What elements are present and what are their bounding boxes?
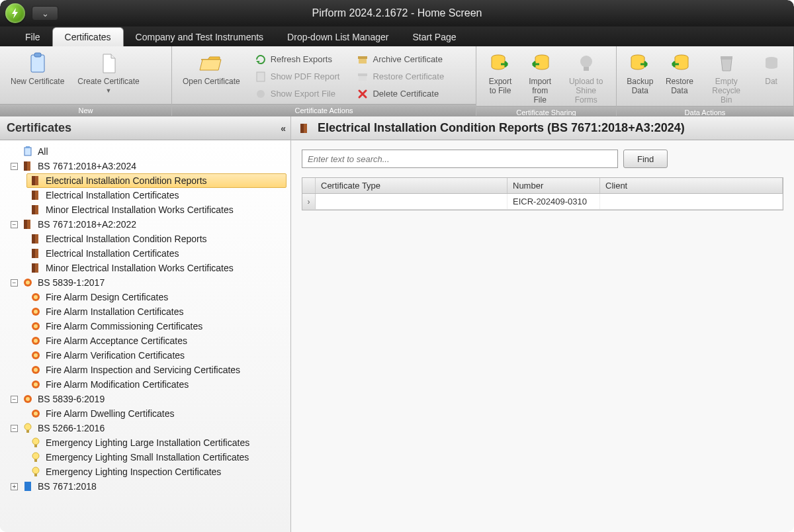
tree-item[interactable]: Fire Alarm Installation Certificates (30, 304, 287, 319)
expand-icon[interactable]: + (11, 483, 18, 490)
find-button[interactable]: Find (623, 150, 668, 168)
quick-access-dropdown[interactable]: ⌄ (32, 6, 58, 21)
column-header-type[interactable]: Certificate Type (316, 178, 507, 193)
tree-label: Electrical Installation Certificates (46, 248, 179, 259)
label: Show Export File (271, 89, 335, 99)
label: Upload to Shine Forms (566, 77, 605, 105)
cell-client (600, 194, 783, 209)
upload-shine-forms-button[interactable]: Upload to Shine Forms (560, 49, 612, 106)
tree-group[interactable]: −BS 5839-1:2017 (11, 275, 287, 290)
book-icon (22, 160, 34, 172)
database-import-icon (528, 52, 552, 75)
tree-item[interactable]: Minor Electrical Installation Works Cert… (30, 261, 287, 275)
collapse-icon[interactable]: − (11, 163, 18, 170)
tree-item[interactable]: Minor Electrical Installation Works Cert… (30, 202, 287, 217)
svg-rect-27 (27, 220, 30, 229)
tree-group[interactable]: −BS 7671:2018+A2:2022 (11, 217, 287, 232)
svg-point-43 (34, 339, 38, 343)
tree-item[interactable]: Fire Alarm Dwelling Certificates (30, 406, 287, 421)
tree-group[interactable]: −BS 5266-1:2016 (11, 421, 287, 435)
search-bar: Find (302, 150, 783, 168)
svg-rect-18 (24, 161, 27, 171)
column-header-client[interactable]: Client (600, 178, 783, 193)
certificate-tree[interactable]: All −BS 7671:2018+A3:2024Electrical Inst… (0, 140, 290, 532)
grid-row[interactable]: › EICR-202409-0310 (302, 194, 783, 210)
tree-label: BS 5839-1:2017 (38, 277, 105, 288)
label: Export to File (489, 77, 512, 95)
search-input[interactable] (302, 150, 618, 168)
svg-point-3 (257, 90, 265, 98)
tree-label: Emergency Lighting Inspection Certificat… (46, 466, 221, 477)
tree-item[interactable]: Fire Alarm Design Certificates (30, 290, 287, 304)
data-truncated-button[interactable]: Dat (753, 49, 789, 106)
certificate-grid[interactable]: Certificate Type Number Client › EICR-20… (302, 177, 783, 210)
app-menu-button[interactable] (5, 3, 25, 23)
tree-item[interactable]: Fire Alarm Inspection and Servicing Cert… (30, 363, 287, 377)
refresh-exports-button[interactable]: Refresh Exports (251, 51, 344, 68)
clipboard-icon (22, 146, 34, 157)
grid-header: Certificate Type Number Client (302, 178, 783, 194)
chevron-down-icon: ▼ (106, 87, 112, 94)
tree-item[interactable]: Emergency Lighting Large Installation Ce… (30, 435, 287, 450)
tree-group[interactable]: −BS 7671:2018+A3:2024 (11, 159, 287, 173)
tree-item-all[interactable]: All (11, 144, 287, 159)
restore-data-button[interactable]: Restore Data (660, 49, 700, 106)
svg-rect-30 (32, 249, 35, 258)
tree-group[interactable]: −BS 5839-6:2019 (11, 392, 287, 406)
tree-item[interactable]: Electrical Installation Condition Report… (30, 232, 287, 246)
book-icon (30, 175, 42, 187)
export-to-file-button[interactable]: Export to File (480, 49, 520, 106)
ribbon-group-label-data: Data Actions (617, 106, 793, 116)
pdf-icon (255, 71, 267, 83)
expander-placeholder (11, 148, 18, 155)
tree-label: All (38, 146, 48, 157)
tree-item[interactable]: Electrical Installation Condition Report… (26, 173, 287, 188)
collapse-icon[interactable]: − (11, 396, 18, 403)
tab-dropdown-manager[interactable]: Drop-down List Manager (275, 28, 400, 46)
label: Empty Recycle Bin (706, 77, 746, 105)
tree-item[interactable]: Electrical Installation Certificates (30, 246, 287, 261)
svg-rect-24 (32, 205, 35, 214)
tree-item[interactable]: Fire Alarm Verification Certificates (30, 348, 287, 363)
tree-item[interactable]: Fire Alarm Acceptance Certificates (30, 333, 287, 348)
collapse-icon[interactable]: − (11, 425, 18, 432)
svg-point-45 (34, 353, 38, 357)
collapse-icon[interactable]: − (11, 279, 18, 287)
tree-item[interactable]: Fire Alarm Commissioning Certificates (30, 319, 287, 333)
tab-start-page[interactable]: Start Page (400, 28, 468, 46)
tree-group[interactable]: +BS 7671:2018 (11, 479, 287, 494)
svg-rect-11 (584, 67, 589, 71)
tree-label: Electrical Installation Certificates (46, 190, 179, 200)
open-certificate-button[interactable]: Open Certificate (176, 49, 247, 104)
delete-icon (357, 88, 369, 100)
tree-item[interactable]: Emergency Lighting Inspection Certificat… (30, 465, 287, 479)
content-pane: Electrical Installation Condition Report… (291, 116, 794, 532)
backup-data-button[interactable]: Backup Data (621, 49, 660, 106)
new-certificate-button[interactable]: New Certificate (4, 49, 71, 104)
tree-label: Electrical Installation Condition Report… (46, 175, 207, 186)
restore-certificate-button[interactable]: Restore Certificate (353, 68, 448, 85)
svg-rect-16 (24, 148, 31, 155)
tab-certificates[interactable]: Certificates (52, 27, 124, 46)
fire-icon (30, 364, 42, 376)
fire-icon (30, 378, 42, 390)
collapse-icon[interactable]: − (11, 221, 18, 228)
archive-certificate-button[interactable]: Archive Certificate (353, 51, 448, 68)
tree-item[interactable]: Electrical Installation Certificates (30, 188, 287, 202)
show-export-file-button[interactable]: Show Export File (251, 85, 344, 103)
tab-file[interactable]: File (13, 28, 52, 46)
empty-recycle-bin-button[interactable]: Empty Recycle Bin (699, 49, 753, 106)
tab-company[interactable]: Company and Test Instruments (124, 28, 276, 46)
svg-point-39 (34, 310, 38, 314)
bulb-icon (22, 422, 34, 434)
sidebar-collapse-button[interactable]: « (281, 123, 284, 134)
create-certificate-button[interactable]: Create Certificate ▼ (71, 49, 146, 104)
fire-icon (30, 320, 42, 332)
cell-type (316, 194, 507, 209)
delete-certificate-button[interactable]: Delete Certificate (353, 85, 448, 103)
import-from-file-button[interactable]: Import from File (520, 49, 560, 106)
column-header-number[interactable]: Number (507, 178, 600, 193)
tree-item[interactable]: Emergency Lighting Small Installation Ce… (30, 450, 287, 465)
show-pdf-report-button[interactable]: Show PDF Report (251, 68, 344, 85)
tree-item[interactable]: Fire Alarm Modification Certificates (30, 377, 287, 392)
